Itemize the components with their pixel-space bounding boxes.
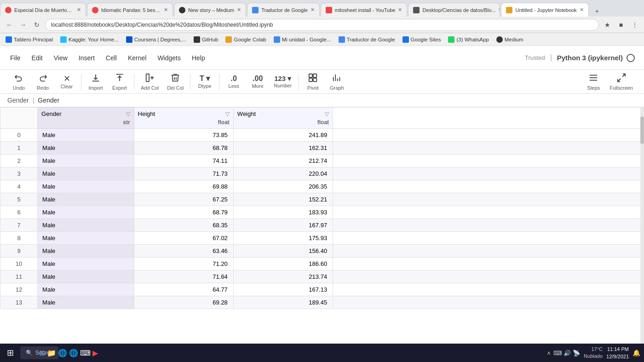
cell-height-7[interactable]: 68.35 [134, 219, 233, 232]
cell-gender-1[interactable]: Male [38, 142, 134, 155]
browser-tab-6[interactable]: Desktop/Ciencias de datos/Blo... ✕ [408, 3, 500, 17]
menu-widgets[interactable]: Widgets [156, 52, 182, 63]
cell-gender-6[interactable]: Male [38, 206, 134, 219]
cell-index-7[interactable]: 7 [0, 219, 38, 232]
cell-gender-11[interactable]: Male [38, 270, 134, 283]
forward-button[interactable]: → [17, 19, 29, 30]
cell-weight-3[interactable]: 220.04 [233, 167, 333, 180]
cell-weight-0[interactable]: 241.89 [233, 129, 333, 142]
cell-index-0[interactable]: 0 [0, 129, 38, 142]
cell-index-8[interactable]: 8 [0, 232, 38, 245]
cell-weight-1[interactable]: 162.31 [233, 142, 333, 155]
scrollbar-track[interactable] [640, 107, 644, 361]
cell-gender-8[interactable]: Male [38, 232, 134, 245]
filter-icon-weight[interactable]: ▽ [325, 111, 329, 117]
cell-weight-11[interactable]: 213.74 [233, 270, 333, 283]
col-header-height[interactable]: Height ▽ float [134, 108, 233, 129]
address-bar[interactable]: localhost:8888/notebooks/Desktop/Ciencia… [45, 19, 599, 31]
bookmark-coursera[interactable]: Coursera | Degrees,... [124, 35, 188, 44]
cell-weight-9[interactable]: 156.40 [233, 245, 333, 258]
redo-button[interactable]: Redo [31, 71, 54, 92]
cell-weight-12[interactable]: 167.13 [233, 283, 333, 296]
cell-index-4[interactable]: 4 [0, 180, 38, 193]
cell-height-1[interactable]: 68.78 [134, 142, 233, 155]
cell-gender-13[interactable]: Male [38, 296, 134, 309]
browser-tab-2[interactable]: Idiomatic Pandas: 5 best-pract... ✕ [87, 3, 173, 17]
browser-tab-7[interactable]: Untitled - Jupyter Notebook ✕ [501, 3, 588, 17]
menu-edit[interactable]: Edit [31, 52, 44, 63]
cell-index-10[interactable]: 10 [0, 258, 38, 270]
cell-gender-2[interactable]: Male [38, 155, 134, 167]
bookmark-medium[interactable]: Medium [494, 35, 525, 44]
cell-height-13[interactable]: 69.28 [134, 296, 233, 309]
cell-weight-4[interactable]: 206.35 [233, 180, 333, 193]
cell-height-11[interactable]: 71.64 [134, 270, 233, 283]
cell-gender-0[interactable]: Male [38, 129, 134, 142]
pivot-button[interactable]: Pivot [301, 71, 324, 92]
undo-button[interactable]: Undo [7, 71, 30, 92]
start-button[interactable]: ⊞ [4, 346, 17, 359]
cell-index-9[interactable]: 9 [0, 245, 38, 258]
export-button[interactable]: Export [108, 71, 131, 92]
taskbar-app-6[interactable]: ▶ [92, 346, 98, 359]
col-header-weight[interactable]: Weight ▽ float [233, 108, 333, 129]
back-button[interactable]: ← [4, 19, 15, 30]
less-button[interactable]: .0 Less [222, 73, 245, 91]
bookmark-colab[interactable]: Google Colab [224, 35, 268, 44]
bookmark-kaggle[interactable]: Kaggle: Your Home... [58, 35, 121, 44]
tab-close-3[interactable]: ✕ [237, 7, 241, 13]
cell-weight-5[interactable]: 152.21 [233, 193, 333, 206]
cell-height-0[interactable]: 73.85 [134, 129, 233, 142]
menu-kernel[interactable]: Kernel [127, 52, 147, 63]
cell-gender-3[interactable]: Male [38, 167, 134, 180]
settings-button[interactable]: ⋮ [629, 19, 640, 30]
bookmark-github[interactable]: GitHub [192, 35, 220, 44]
cell-weight-8[interactable]: 175.93 [233, 232, 333, 245]
tab-close-7[interactable]: ✕ [580, 7, 584, 13]
browser-tab-5[interactable]: mitosheet install - YouTube ✕ [321, 3, 408, 17]
cell-index-1[interactable]: 1 [0, 142, 38, 155]
number-button[interactable]: 123 ▾ Number [270, 73, 295, 90]
dtype-button[interactable]: T ▾ Dtype [193, 73, 216, 91]
tab-close-5[interactable]: ✕ [398, 7, 402, 13]
cell-gender-4[interactable]: Male [38, 180, 134, 193]
bookmark-tablero[interactable]: Tablero Principal [4, 35, 55, 44]
cell-gender-9[interactable]: Male [38, 245, 134, 258]
tab-close-4[interactable]: ✕ [310, 7, 315, 13]
cell-gender-7[interactable]: Male [38, 219, 134, 232]
bookmark-sites[interactable]: Google Sites [401, 35, 443, 44]
add-col-button[interactable]: Add Col [137, 71, 162, 92]
tab-close-1[interactable]: ✕ [77, 7, 81, 13]
tray-arrow[interactable]: ∧ [547, 350, 551, 356]
cell-height-5[interactable]: 67.25 [134, 193, 233, 206]
taskbar-app-1[interactable]: ⊞ [39, 346, 45, 359]
cell-height-4[interactable]: 69.88 [134, 180, 233, 193]
del-col-button[interactable]: Del Col [163, 71, 187, 92]
taskbar-app-3[interactable]: 🌐 [58, 346, 67, 359]
cell-height-3[interactable]: 71.73 [134, 167, 233, 180]
col-header-gender[interactable]: Gender ▽ str [38, 108, 134, 129]
steps-button[interactable]: Steps [582, 71, 605, 92]
cell-weight-7[interactable]: 167.97 [233, 219, 333, 232]
browser-tab-4[interactable]: Traductor de Google ✕ [247, 3, 319, 17]
menu-view[interactable]: View [53, 52, 69, 63]
cell-index-12[interactable]: 12 [0, 283, 38, 296]
cell-weight-2[interactable]: 212.74 [233, 155, 333, 167]
cell-height-2[interactable]: 74.11 [134, 155, 233, 167]
cell-index-5[interactable]: 5 [0, 193, 38, 206]
cell-index-2[interactable]: 2 [0, 155, 38, 167]
taskbar-app-2[interactable]: 📁 [47, 346, 56, 359]
cell-index-3[interactable]: 3 [0, 167, 38, 180]
new-tab-button[interactable]: + [592, 6, 603, 17]
filter-icon-gender[interactable]: ▽ [126, 111, 130, 117]
cell-gender-12[interactable]: Male [38, 283, 134, 296]
cell-height-12[interactable]: 64.77 [134, 283, 233, 296]
cell-weight-6[interactable]: 183.93 [233, 206, 333, 219]
extensions-button[interactable]: ■ [615, 19, 627, 30]
cell-weight-13[interactable]: 189.45 [233, 296, 333, 309]
cell-height-10[interactable]: 71.20 [134, 258, 233, 270]
cell-index-13[interactable]: 13 [0, 296, 38, 309]
fullscreen-button[interactable]: Fullscreen [606, 71, 637, 92]
menu-file[interactable]: File [9, 52, 22, 63]
browser-tab-3[interactable]: New story – Medium ✕ [174, 3, 246, 17]
